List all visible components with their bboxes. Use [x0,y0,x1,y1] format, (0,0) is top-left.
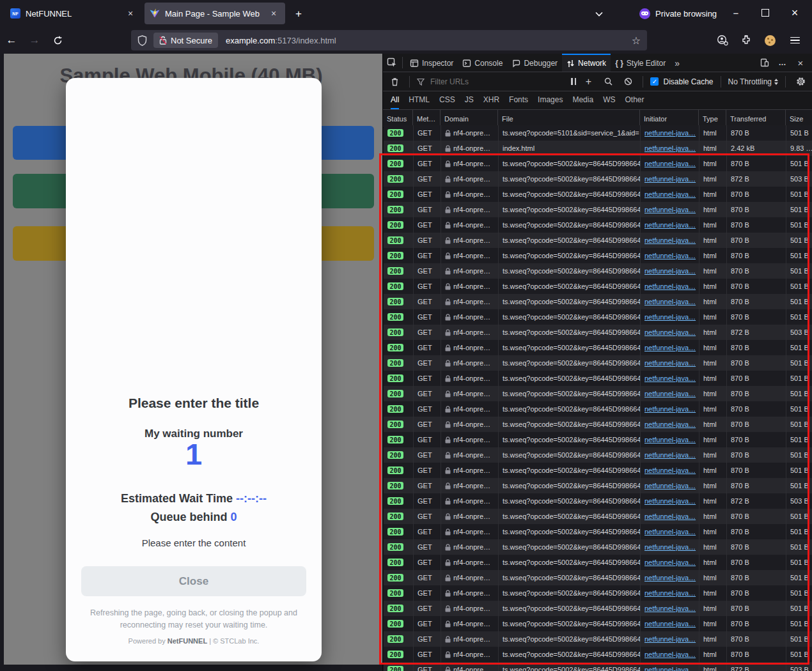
initiator-link[interactable]: netfunnel-java… [644,221,696,229]
add-request-plus-icon[interactable]: + [581,74,596,89]
network-request-row[interactable]: 200 GET nf4-onpre… ts.wseq?opcode=5002&k… [384,447,812,463]
initiator-link[interactable]: netfunnel-java… [644,513,696,520]
tab-close-icon[interactable]: × [267,7,280,20]
network-request-row[interactable]: 200 GET nf4-onpre… ts.wseq?opcode=5002&k… [384,233,812,248]
tab-close-icon[interactable]: × [124,7,137,20]
not-secure-chip[interactable]: Not Secure [153,33,218,48]
pause-recording-icon[interactable] [571,78,576,85]
network-request-row[interactable]: 200 GET nf4-onpre… ts.wseq?opcode=5002&k… [384,355,812,371]
devtools-tab-console[interactable]: Console [458,54,507,72]
cookie-extension-icon[interactable] [760,31,779,50]
filter-urls-input[interactable] [429,77,566,87]
filter-js[interactable]: JS [465,91,474,109]
initiator-link[interactable]: netfunnel-java… [644,589,696,597]
filter-css[interactable]: CSS [439,91,455,109]
column-header-type[interactable]: Type [699,110,726,127]
responsive-design-mode-icon[interactable] [757,55,772,70]
initiator-link[interactable]: netfunnel-java… [644,482,696,490]
network-request-row[interactable]: 200 GET nf4-onpre… ts.wseq?opcode=5002&k… [384,585,812,601]
network-request-row[interactable]: 200 GET nf4-onpre… ts.wseq?opcode=5002&k… [384,662,812,671]
back-button[interactable]: ← [1,30,22,50]
initiator-link[interactable]: netfunnel-java… [644,328,696,336]
initiator-link[interactable]: netfunnel-java… [644,374,696,382]
initiator-link[interactable]: netfunnel-java… [644,635,696,643]
tab-netfunnel[interactable]: NF NetFUNNEL × [5,3,142,24]
network-request-row[interactable]: 200 GET nf4-onpre… ts.wseq?opcode=5002&k… [384,386,812,401]
window-minimize-button[interactable]: − [721,0,751,26]
network-request-row[interactable]: 200 GET nf4-onpre… ts.wseq?opcode=5002&k… [384,601,812,616]
network-request-row[interactable]: 200 GET nf4-onpre… ts.wseq?opcode=5002&k… [384,294,812,309]
network-settings-gear-icon[interactable] [793,74,808,89]
clear-requests-trash-icon[interactable] [387,74,402,89]
network-request-row[interactable]: 200 GET nf4-onpre… ts.wseq?opcode=5002&k… [384,325,812,340]
network-request-row[interactable]: 200 GET nf4-onpre… ts.wseq?opcode=5002&k… [384,171,812,187]
initiator-link[interactable]: netfunnel-java… [644,543,696,551]
network-request-row[interactable]: 200 GET nf4-onpre… ts.wseq?opcode=5002&k… [384,647,812,662]
initiator-link[interactable]: netfunnel-java… [644,206,696,213]
network-request-row[interactable]: 200 GET nf4-onpre… ts.wseq?opcode=5002&k… [384,478,812,493]
initiator-link[interactable]: netfunnel-java… [644,175,696,183]
initiator-link[interactable]: netfunnel-java… [644,497,696,505]
initiator-link[interactable]: netfunnel-java… [644,436,696,443]
network-request-row[interactable]: 200 GET nf4-onpre… ts.wseq?opcode=5002&k… [384,463,812,478]
initiator-link[interactable]: netfunnel-java… [644,605,696,612]
network-request-row[interactable]: 200 GET nf4-onpre… ts.wseq?opcode=5002&k… [384,187,812,202]
network-request-row[interactable]: 200 GET nf4-onpre… ts.wseq?opcode=5002&k… [384,401,812,417]
network-request-row[interactable]: 200 GET nf4-onpre… ts.wseq?opcode=5002&k… [384,417,812,432]
devtools-close-icon[interactable]: × [793,55,808,70]
network-request-row[interactable]: 200 GET nf4-onpre… ts.wseq?opcode=5002&k… [384,279,812,294]
network-request-row[interactable]: 200 GET nf4-onpre… ts.wseq?opcode=5002&k… [384,156,812,171]
network-request-row[interactable]: 200 GET nf4-onpre… ts.wseq?opcode=5002&k… [384,493,812,509]
tab-main-page-sample-web[interactable]: Main Page - Sample Web × [144,3,285,24]
network-request-row[interactable]: 200 GET nf4-onpre… ts.wseq?opcode=5002&k… [384,524,812,539]
filter-images[interactable]: Images [538,91,563,109]
initiator-link[interactable]: netfunnel-java… [644,267,696,275]
devtools-tab-style-editor[interactable]: { } Style Editor [611,54,670,72]
bookmark-star-icon[interactable]: ☆ [632,35,641,47]
search-icon[interactable] [600,74,616,89]
initiator-link[interactable]: netfunnel-java… [644,651,696,658]
extensions-icon[interactable] [737,31,756,50]
network-request-row[interactable]: 200 GET nf4-onpre… ts.wseq?opcode=5002&k… [384,570,812,585]
initiator-link[interactable]: netfunnel-java… [644,190,696,198]
filter-media[interactable]: Media [572,91,593,109]
initiator-link[interactable]: netfunnel-java… [644,574,696,582]
initiator-link[interactable]: netfunnel-java… [644,298,696,305]
network-request-row[interactable]: 200 GET nf4-onpre… ts.wseq?opcode=5101&s… [384,125,812,141]
column-header-transferred[interactable]: Transferred [726,110,786,127]
initiator-link[interactable]: netfunnel-java… [644,420,696,428]
pick-element-icon[interactable] [384,55,400,70]
network-request-row[interactable]: 200 GET nf4-onpre… ts.wseq?opcode=5002&k… [384,631,812,647]
initiator-link[interactable]: netfunnel-java… [644,451,696,459]
network-request-row[interactable]: 200 GET nf4-onpre… ts.wseq?opcode=5002&k… [384,263,812,279]
devtools-meatball-menu-icon[interactable]: … [775,55,790,70]
network-request-row[interactable]: 200 GET nf4-onpre… ts.wseq?opcode=5002&k… [384,539,812,555]
filter-xhr[interactable]: XHR [483,91,499,109]
devtools-tab-network[interactable]: Network [562,54,611,72]
devtools-more-tabs-chevron[interactable]: » [670,54,684,72]
url-bar[interactable]: Not Secure example.com:5173/index.html ☆ [131,30,647,50]
devtools-tab-inspector[interactable]: Inspector [405,54,458,72]
initiator-link[interactable]: netfunnel-java… [644,467,696,474]
network-request-row[interactable]: 200 GET nf4-onpre… ts.wseq?opcode=5002&k… [384,309,812,325]
initiator-link[interactable]: netfunnel-java… [644,344,696,351]
filter-ws[interactable]: WS [603,91,615,109]
initiator-link[interactable]: netfunnel-java… [644,390,696,397]
initiator-link[interactable]: netfunnel-java… [644,620,696,628]
filter-all[interactable]: All [391,91,399,109]
network-request-row[interactable]: 200 GET nf4-onpre… ts.wseq?opcode=5002&k… [384,340,812,355]
initiator-link[interactable]: netfunnel-java… [644,236,696,244]
column-header-initiator[interactable]: Initiator [640,110,699,127]
column-header-file[interactable]: File [498,110,640,127]
network-request-row[interactable]: 200 GET nf4-onpre… ts.wseq?opcode=5002&k… [384,248,812,263]
disable-cache-label[interactable]: Disable Cache [663,77,713,86]
devtools-tab-debugger[interactable]: Debugger [507,54,562,72]
throttling-select[interactable]: No Throttling [728,77,778,86]
url-text[interactable]: example.com:5173/index.html [226,36,336,45]
initiator-link[interactable]: netfunnel-java… [644,144,696,152]
initiator-link[interactable]: netfunnel-java… [644,559,696,566]
disable-cache-checkbox[interactable]: ✓ [650,77,659,86]
network-request-row[interactable]: 200 GET nf4-onpre… ts.wseq?opcode=5002&k… [384,202,812,217]
reload-button[interactable] [47,30,68,50]
network-request-row[interactable]: 200 GET nf4-onpre… ts.wseq?opcode=5002&k… [384,217,812,233]
